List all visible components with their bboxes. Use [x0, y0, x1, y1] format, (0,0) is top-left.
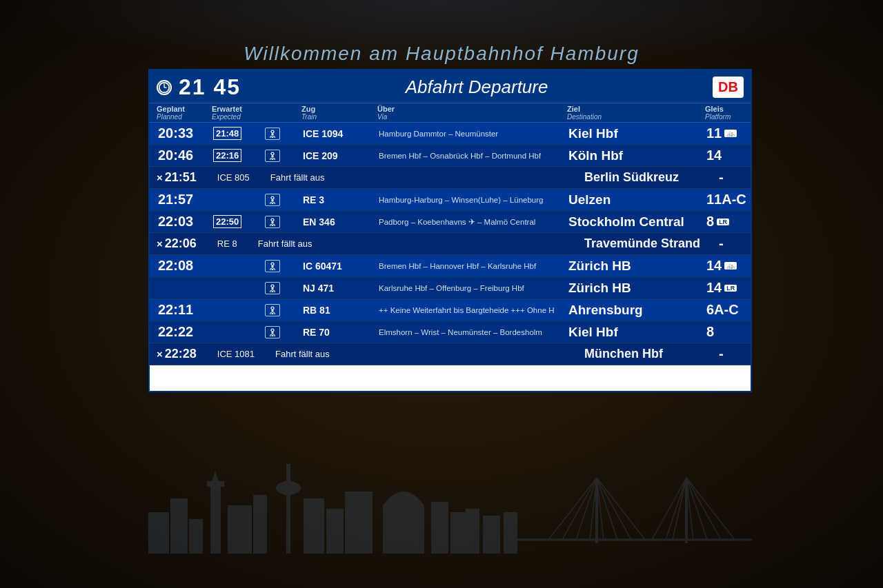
svg-line-54 — [597, 478, 645, 540]
bike-badge: 🚲 — [724, 130, 737, 137]
destination: Kiel Hbf — [567, 126, 705, 141]
cancelled-reason: Fahrt fällt aus — [258, 239, 584, 249]
svg-rect-40 — [345, 491, 373, 554]
skyline — [148, 443, 752, 554]
col-platform: Gleis Platform — [705, 105, 774, 121]
svg-point-15 — [271, 263, 274, 265]
train-number: NJ 471 — [301, 283, 377, 294]
cancelled-time: 22:06 — [165, 236, 197, 251]
cancelled-row: × 22:28 ICE 1081 Fahrt fällt aus München… — [157, 346, 774, 362]
svg-point-17 — [273, 268, 275, 270]
cancelled-reason: Fahrt fällt aus — [275, 349, 584, 359]
platform: 14 — [705, 148, 774, 163]
svg-line-57 — [673, 478, 686, 540]
svg-point-3 — [271, 130, 274, 133]
svg-point-25 — [270, 334, 272, 336]
train-number: RB 81 — [301, 305, 377, 316]
svg-line-47 — [548, 478, 597, 540]
via-text: Hamburg-Harburg – Winsen(Luhe) – Lünebur… — [377, 196, 567, 204]
train-number: IC 60471 — [301, 261, 377, 272]
ticker-bar: nfelde - es kommt zu Verspätungen oder Z… — [150, 365, 751, 391]
svg-rect-27 — [148, 512, 169, 554]
svg-point-7 — [270, 158, 272, 160]
via-text: Hamburg Dammtor – Neumünster — [377, 130, 567, 138]
train-type-icon — [264, 216, 301, 228]
clock-icon — [157, 80, 172, 95]
via-text: Elmshorn – Wrist – Neumünster – Bordesho… — [377, 328, 567, 336]
svg-point-4 — [270, 136, 272, 138]
planned-time: 20:33 — [157, 125, 212, 141]
board-title: Abfahrt Departure — [406, 77, 548, 98]
cancelled-mark: × — [157, 172, 163, 183]
svg-line-61 — [686, 478, 735, 540]
cancelled-destination: Travemünde Strand — [584, 236, 719, 251]
train-type-icon — [264, 282, 301, 294]
via-text: ++ Keine Weiterfahrt bis Bargteheide +++… — [377, 306, 567, 314]
svg-rect-33 — [228, 505, 252, 554]
wheelchair-icon — [265, 150, 280, 162]
cancelled-train: RE 8 — [217, 239, 237, 249]
cancelled-platform: - — [719, 236, 774, 252]
train-type-icon — [264, 260, 301, 272]
svg-rect-39 — [326, 509, 344, 554]
svg-point-8 — [273, 158, 275, 160]
planned-time: 22:08 — [157, 258, 212, 274]
svg-rect-28 — [170, 498, 188, 554]
via-text: Padborg – Koebenhavns ✈ – Malmö Central — [377, 217, 567, 227]
lr-badge: LR — [717, 219, 729, 225]
wheelchair-icon — [265, 128, 280, 140]
train-number: RE 70 — [301, 327, 377, 338]
platform: 11 🚲 — [705, 125, 774, 141]
svg-point-6 — [271, 152, 274, 155]
cancelled-row: × 21:51 ICE 805 Fahrt fällt aus Berlin S… — [157, 170, 774, 185]
wheelchair-icon — [265, 216, 280, 228]
current-time: 21 45 — [179, 74, 241, 100]
platform: 14 🚲 — [705, 258, 774, 274]
wheelchair-icon — [265, 304, 280, 316]
svg-point-19 — [270, 290, 272, 292]
col-via: Über Via — [377, 105, 567, 121]
cancelled-time: 21:51 — [165, 170, 197, 185]
svg-point-23 — [273, 312, 275, 314]
bike-badge2: 🚲 — [724, 262, 737, 270]
table-row: NJ 471 Karlsruhe Hbf – Offenburg – Freib… — [150, 277, 751, 299]
col-expected: Erwartet Expected — [212, 105, 264, 121]
via-text: Karlsruhe Hbf – Offenburg – Freiburg Hbf — [377, 284, 567, 292]
departure-board: 21 45 Abfahrt Departure DB Geplant Plann… — [148, 69, 752, 392]
train-number: EN 346 — [301, 216, 377, 227]
cancelled-row: × 22:06 RE 8 Fahrt fällt aus Travemünde … — [157, 236, 774, 252]
table-row: 20:46 22:16 ICE 209 Bremen Hbf – Osnabrü… — [150, 145, 751, 167]
cancelled-destination: München Hbf — [584, 347, 719, 361]
platform: 8 — [705, 324, 774, 340]
svg-point-16 — [270, 268, 272, 270]
svg-rect-41 — [383, 505, 424, 554]
destination: Ahrensburg — [567, 303, 705, 318]
expected-time: 22:16 — [212, 149, 264, 162]
svg-rect-42 — [431, 502, 448, 554]
train-type-icon — [264, 128, 301, 140]
planned-time: 22:22 — [157, 324, 212, 340]
svg-rect-32 — [207, 481, 224, 487]
table-row: × 22:06 RE 8 Fahrt fällt aus Travemünde … — [150, 233, 751, 255]
train-type-icon — [264, 326, 301, 338]
board-header: 21 45 Abfahrt Departure DB — [150, 70, 751, 103]
cancelled-platform: - — [719, 170, 774, 185]
ticker-text: nfelde - es kommt zu Verspätungen oder Z… — [150, 371, 751, 385]
destination: Uelzen — [567, 192, 705, 207]
wheelchair-icon — [265, 282, 280, 294]
svg-rect-34 — [253, 495, 267, 554]
table-row: × 22:28 ICE 1081 Fahrt fällt aus München… — [150, 343, 751, 365]
platform: 11A-C — [705, 192, 774, 207]
svg-point-26 — [273, 334, 275, 336]
planned-time: 22:03 — [157, 214, 212, 230]
table-row: 22:03 22:50 EN 346 Padborg – Koebenhavns… — [150, 211, 751, 233]
skyline-svg — [148, 443, 752, 554]
svg-point-22 — [270, 312, 272, 314]
expected-time: 21:48 — [212, 127, 264, 140]
table-row: 21:57 RE 3 Hamburg-Harburg – Winsen(Luhe… — [150, 189, 751, 211]
expected-time: 22:50 — [212, 215, 264, 228]
svg-point-20 — [273, 290, 275, 292]
cancelled-mark: × — [157, 348, 163, 360]
table-row: 22:22 RE 70 Elmshorn – Wrist – Neumünste… — [150, 321, 751, 343]
svg-rect-38 — [304, 498, 324, 554]
